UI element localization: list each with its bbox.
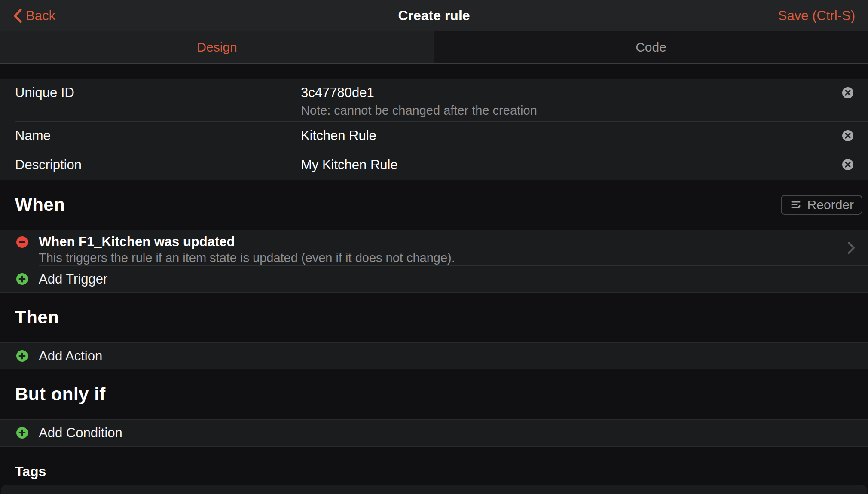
- clear-unique-id-button[interactable]: [842, 87, 854, 99]
- clear-circle-icon: [842, 159, 854, 171]
- navbar: Back Create rule Save (Ctrl-S): [0, 0, 868, 31]
- rule-meta-card: Unique ID 3c47780de1 Note: cannot be cha…: [0, 79, 868, 180]
- clear-circle-icon: [842, 130, 854, 142]
- remove-trigger-icon[interactable]: [16, 236, 28, 248]
- tab-code[interactable]: Code: [434, 31, 868, 63]
- clear-circle-icon: [842, 87, 854, 99]
- when-heading: When: [15, 195, 65, 215]
- page-title: Create rule: [0, 8, 868, 24]
- unique-id-input[interactable]: 3c47780de1: [301, 83, 868, 102]
- chevron-left-icon: [13, 9, 22, 23]
- add-circle-icon: [16, 273, 28, 285]
- description-row: Description My Kitchen Rule: [0, 150, 868, 180]
- but-only-if-section-header: But only if: [0, 369, 868, 419]
- trigger-subtitle: This triggers the rule if an item state …: [39, 250, 842, 265]
- reorder-label: Reorder: [807, 198, 854, 212]
- chevron-right-icon: [847, 241, 855, 254]
- trigger-item-row[interactable]: When F1_Kitchen was updated This trigger…: [0, 230, 868, 265]
- semantic-class-row[interactable]: Semantic Class None: [1, 485, 867, 494]
- then-section-header: Then: [0, 293, 868, 342]
- name-label: Name: [0, 128, 301, 143]
- clear-description-button[interactable]: [842, 159, 854, 171]
- triggers-card: When F1_Kitchen was updated This trigger…: [0, 230, 868, 293]
- add-circle-icon: [16, 350, 28, 362]
- actions-card: Add Action: [0, 342, 868, 369]
- tags-heading: Tags: [15, 464, 46, 479]
- add-action-label: Add Action: [39, 348, 102, 364]
- tags-card: Semantic Class None: [1, 485, 867, 494]
- add-action-button[interactable]: Add Action: [0, 343, 868, 369]
- add-circle-icon: [16, 427, 28, 439]
- reorder-icon: [789, 198, 802, 211]
- add-condition-label: Add Condition: [39, 425, 122, 441]
- then-heading: Then: [15, 307, 59, 328]
- but-only-if-heading: But only if: [15, 384, 106, 405]
- description-label: Description: [0, 157, 301, 173]
- add-condition-button[interactable]: Add Condition: [0, 420, 868, 446]
- tags-section-header: Tags: [0, 447, 868, 485]
- add-trigger-label: Add Trigger: [39, 271, 107, 287]
- semantic-class-label: Semantic Class: [15, 492, 108, 494]
- clear-name-button[interactable]: [842, 130, 854, 142]
- semantic-class-value: None: [810, 492, 842, 494]
- back-label: Back: [26, 8, 55, 24]
- trigger-title: When F1_Kitchen was updated: [39, 234, 842, 250]
- unique-id-row: Unique ID 3c47780de1 Note: cannot be cha…: [0, 79, 868, 121]
- when-section-header: When Reorder: [0, 180, 868, 230]
- conditions-card: Add Condition: [0, 419, 868, 447]
- description-input[interactable]: My Kitchen Rule: [301, 156, 868, 174]
- back-button[interactable]: Back: [13, 8, 55, 24]
- tab-bar: Design Code: [0, 31, 868, 64]
- unique-id-note: Note: cannot be changed after the creati…: [301, 102, 868, 119]
- name-row: Name Kitchen Rule: [0, 122, 868, 150]
- save-button[interactable]: Save (Ctrl-S): [778, 8, 855, 24]
- reorder-button[interactable]: Reorder: [781, 195, 862, 215]
- rule-editor-page: Unique ID 3c47780de1 Note: cannot be cha…: [0, 64, 868, 494]
- tab-design[interactable]: Design: [0, 31, 434, 63]
- add-trigger-button[interactable]: Add Trigger: [0, 266, 868, 292]
- unique-id-label: Unique ID: [0, 83, 301, 121]
- name-input[interactable]: Kitchen Rule: [301, 126, 868, 145]
